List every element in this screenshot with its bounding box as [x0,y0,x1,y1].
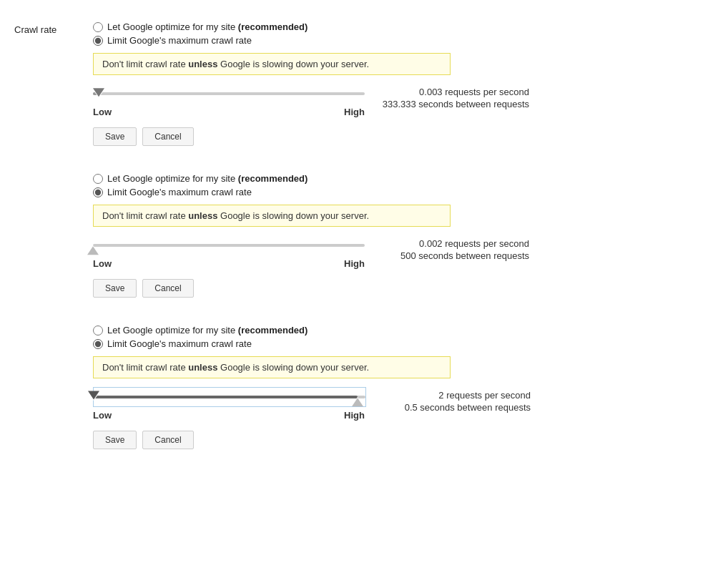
radio-option1-2[interactable]: Let Google optimize for my site (recomme… [93,173,531,184]
save-button-3[interactable]: Save [93,431,137,449]
radio-option2-3[interactable]: Limit Google's maximum crawl rate [93,338,531,349]
slider-col-3: Low High Save Cancel [93,387,366,452]
stat1-1: 0.003 requests per second [379,87,529,97]
radio-limit-label-2: Limit Google's maximum crawl rate [107,187,252,197]
radio-group-3: Let Google optimize for my site (recomme… [93,325,531,349]
warning-box-3: Don't limit crawl rate unless Google is … [93,356,451,378]
radio-optimize-label-2: Let Google optimize for my site (recomme… [107,173,308,184]
radio-limit-label-1: Limit Google's maximum crawl rate [107,35,252,46]
radio-limit-2[interactable] [93,187,103,197]
stats-2: 0.002 requests per second 500 seconds be… [379,235,529,261]
crawl-rate-content: Let Google optimize for my site (recomme… [93,21,531,476]
save-button-2[interactable]: Save [93,279,137,298]
warning-text-suffix-1: Google is slowing down your server. [217,59,369,69]
radio-optimize-label-3: Let Google optimize for my site (recomme… [107,325,308,336]
thumb-3a [88,391,99,400]
radio-optimize-2[interactable] [93,174,103,184]
low-high-row-1: Low High [93,107,365,117]
stat2-1: 333.333 seconds between requests [379,99,529,109]
warning-text-prefix-2: Don't limit crawl rate [102,210,188,221]
stat1-2: 0.002 requests per second [379,238,529,249]
thumb-2 [87,246,99,255]
btn-row-3: Save Cancel [93,431,366,449]
radio-limit-1[interactable] [93,36,103,46]
low-high-row-2: Low High [93,258,365,269]
radio-optimize-3[interactable] [93,325,103,336]
save-button-1[interactable]: Save [93,127,137,146]
section-2: Let Google optimize for my site (recomme… [93,173,531,308]
cancel-button-3[interactable]: Cancel [142,431,193,449]
slider-col-1: Low High Save Cancel [93,84,365,149]
slider-area-3: Low High Save Cancel 2 requests per seco… [93,387,531,452]
warning-bold-1: unless [188,59,217,69]
radio-option1-1[interactable]: Let Google optimize for my site (recomme… [93,21,531,32]
crawl-rate-section: Crawl rate Let Google optimize for my si… [14,21,714,476]
radio-limit-3[interactable] [93,339,103,349]
high-label-3: High [344,410,365,421]
radio-option2-2[interactable]: Limit Google's maximum crawl rate [93,187,531,197]
stats-3: 2 requests per second 0.5 seconds betwee… [380,387,531,413]
slider-bg-1 [93,92,365,95]
low-label-1: Low [93,107,112,117]
low-label-3: Low [93,410,112,421]
slider-fill-3 [94,396,358,398]
warning-text-suffix-3: Google is slowing down your server. [217,362,369,373]
slider-col-2: Low High Save Cancel [93,235,365,300]
slider-area-2: Low High Save Cancel 0.002 requests per … [93,235,531,300]
section-1: Let Google optimize for my site (recomme… [93,21,531,156]
warning-bold-2: unless [188,210,217,221]
cancel-button-1[interactable]: Cancel [142,127,193,146]
radio-optimize-label-1: Let Google optimize for my site (recomme… [107,21,308,32]
high-label-2: High [344,258,365,269]
radio-option2-1[interactable]: Limit Google's maximum crawl rate [93,35,531,46]
thumb-1 [93,88,104,97]
stat2-2: 500 seconds between requests [379,250,529,261]
radio-optimize-1[interactable] [93,22,103,32]
warning-text-prefix-1: Don't limit crawl rate [102,59,188,69]
radio-group-1: Let Google optimize for my site (recomme… [93,21,531,46]
slider-track-2 [93,235,365,255]
slider-track-3 [93,387,366,407]
section-3: Let Google optimize for my site (recomme… [93,325,531,459]
cancel-button-2[interactable]: Cancel [142,279,193,298]
warning-text-prefix-3: Don't limit crawl rate [102,362,188,373]
stat2-3: 0.5 seconds between requests [380,402,531,413]
high-label-1: High [344,107,365,117]
btn-row-2: Save Cancel [93,279,365,298]
stats-1: 0.003 requests per second 333.333 second… [379,84,529,109]
slider-bg-2 [93,244,365,247]
thumb-3b [352,398,363,406]
radio-option1-3[interactable]: Let Google optimize for my site (recomme… [93,325,531,336]
radio-limit-label-3: Limit Google's maximum crawl rate [107,338,252,349]
warning-bold-3: unless [188,362,217,373]
slider-area-1: Low High Save Cancel 0.003 requests per … [93,84,531,149]
radio-group-2: Let Google optimize for my site (recomme… [93,173,531,197]
warning-text-suffix-2: Google is slowing down your server. [217,210,369,221]
crawl-rate-label: Crawl rate [14,21,79,476]
stat1-3: 2 requests per second [380,390,531,401]
slider-track-1 [93,84,365,104]
warning-box-2: Don't limit crawl rate unless Google is … [93,205,451,227]
slider-bg-3 [94,396,365,398]
low-label-2: Low [93,258,112,269]
btn-row-1: Save Cancel [93,127,365,146]
warning-box-1: Don't limit crawl rate unless Google is … [93,53,451,75]
low-high-row-3: Low High [93,410,365,421]
